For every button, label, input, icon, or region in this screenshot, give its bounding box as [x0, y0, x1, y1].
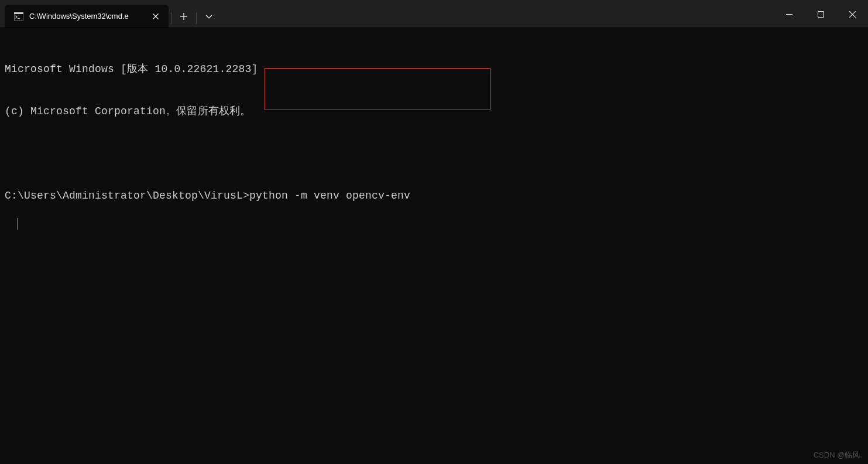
- prompt-path: C:\Users\Administrator\Desktop\VirusL>: [5, 189, 249, 203]
- tab-dropdown-button[interactable]: [197, 5, 221, 28]
- watermark: CSDN @临风.: [814, 450, 862, 460]
- close-button[interactable]: [836, 0, 868, 28]
- blank-line: [5, 146, 863, 161]
- active-tab[interactable]: C:\Windows\System32\cmd.e: [5, 5, 169, 28]
- window-controls: [773, 0, 868, 28]
- svg-rect-1: [14, 12, 23, 14]
- svg-rect-8: [818, 11, 824, 17]
- prompt-line: C:\Users\Administrator\Desktop\VirusL>py…: [5, 189, 863, 203]
- copyright-line: (c) Microsoft Corporation。保留所有权利。: [5, 104, 863, 118]
- titlebar-drag-area[interactable]: [221, 0, 773, 28]
- titlebar: C:\Windows\System32\cmd.e: [0, 0, 868, 28]
- command-text: python -m venv opencv-env: [249, 189, 410, 203]
- terminal-output[interactable]: Microsoft Windows [版本 10.0.22621.2283] (…: [0, 28, 868, 237]
- tab-actions: [169, 0, 221, 28]
- tab-close-button[interactable]: [149, 9, 163, 23]
- maximize-button[interactable]: [805, 0, 836, 28]
- cmd-icon: [14, 12, 23, 21]
- tab-title: C:\Windows\System32\cmd.e: [29, 12, 143, 21]
- version-line: Microsoft Windows [版本 10.0.22621.2283]: [5, 62, 863, 76]
- text-cursor: [18, 218, 18, 230]
- new-tab-button[interactable]: [171, 5, 196, 28]
- minimize-button[interactable]: [773, 0, 805, 28]
